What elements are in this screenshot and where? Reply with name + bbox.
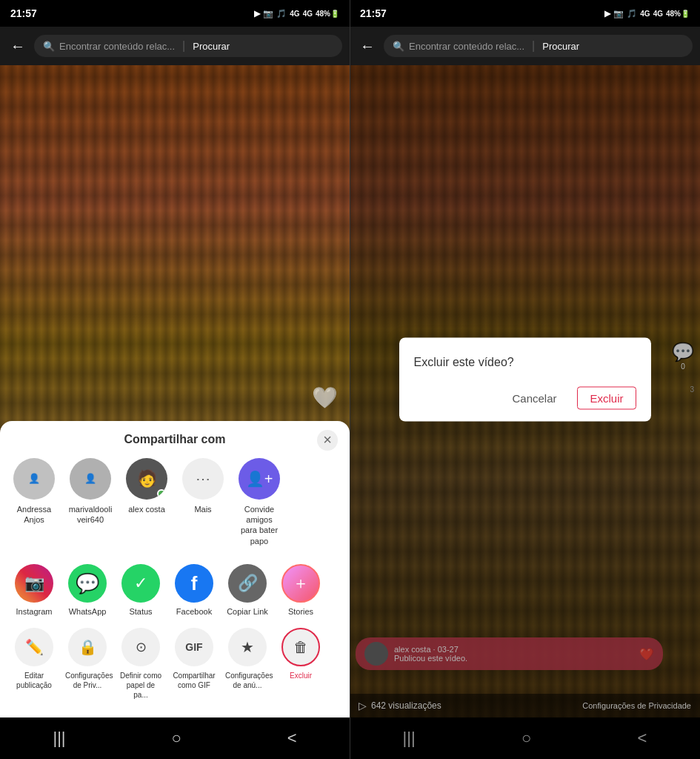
status-bar-right: 21:57 ▶ 📷 🎵 4G 4G 48%🔋: [350, 0, 700, 27]
actions-row: ✏️ Editar publicação 🔒 Configurações de …: [0, 628, 350, 700]
status-time-right: 21:57: [360, 7, 387, 19]
right-phone: 21:57 ▶ 📷 🎵 4G 4G 48%🔋 ← 🔍 Encontrar con…: [350, 0, 700, 759]
action-item-gif[interactable]: GIF Compartilhar como GIF: [172, 628, 216, 700]
search-button-left[interactable]: Procurar: [193, 41, 230, 52]
bottom-nav-left: ||| ○ <: [0, 717, 350, 759]
app-item-facebook[interactable]: f Facebook: [172, 564, 216, 616]
dialog-title: Excluir este vídeo?: [414, 356, 636, 369]
signal2-icon-r: 4G: [653, 10, 663, 18]
left-phone: 21:57 ▶ 📷 🎵 4G 4G 48%🔋 ← 🔍 Encontrar con…: [0, 0, 350, 759]
contact-name-alex: alex costa: [128, 504, 165, 514]
search-icon-right: 🔍: [393, 41, 404, 52]
action-name-privacy: Configurações de Priv...: [65, 671, 110, 690]
action-icon-wallpaper: ⊙: [121, 628, 160, 666]
delete-button[interactable]: Excluir: [577, 387, 636, 410]
search-container-right[interactable]: 🔍 Encontrar conteúdo relac... | Procurar: [384, 35, 693, 57]
signal-icon: 4G: [290, 10, 299, 18]
app-item-link[interactable]: 🔗 Copiar Link: [225, 564, 270, 616]
action-name-gif: Compartilhar como GIF: [172, 671, 216, 690]
search-divider-left: |: [182, 39, 185, 53]
app-name-whatsapp: WhatsApp: [69, 607, 107, 616]
share-sheet-header: Compartilhar com ×: [0, 433, 350, 458]
app-icon-status: ✓: [121, 564, 160, 603]
action-icon-edit: ✏️: [15, 628, 53, 666]
app-icon-link: 🔗: [228, 564, 267, 603]
status-bar-left: 21:57 ▶ 📷 🎵 4G 4G 48%🔋: [0, 0, 350, 27]
contact-name-invite: Convide amigos para bater papo: [237, 504, 281, 546]
contact-name-andressa: Andressa Anjos: [12, 504, 56, 526]
search-container-left[interactable]: 🔍 Encontrar conteúdo relac... | Procurar: [34, 35, 342, 57]
battery-icon: 48%🔋: [316, 10, 339, 18]
action-item-wallpaper[interactable]: ⊙ Definir como papel de pa...: [119, 628, 163, 700]
contacts-row: 👤 Andressa Anjos 👤 marivaldooli veir640 …: [0, 458, 350, 558]
action-name-ads: Configurações de anú...: [225, 671, 270, 690]
action-icon-gif: GIF: [175, 628, 213, 666]
nav-home-left[interactable]: ○: [171, 729, 181, 748]
share-sheet-title: Compartilhar com: [124, 433, 226, 446]
status-icons-left: ▶ 📷 🎵 4G 4G 48%🔋: [254, 9, 339, 19]
signal-icon-r: 4G: [640, 10, 650, 18]
app-item-status[interactable]: ✓ Status: [119, 564, 163, 616]
app-icon-instagram: 📷: [15, 564, 53, 603]
action-name-delete: Excluir: [290, 671, 312, 680]
camera-icon-r: 📷: [613, 9, 624, 19]
music-icon-r: 🎵: [627, 9, 637, 19]
action-item-delete[interactable]: 🗑 Excluir: [279, 628, 323, 700]
music-icon: 🎵: [276, 9, 287, 19]
app-name-facebook: Facebook: [176, 607, 212, 616]
search-bar-left: ← 🔍 Encontrar conteúdo relac... | Procur…: [0, 27, 350, 65]
contact-avatar-more: ⋯: [182, 458, 224, 500]
apps-row: 📷 Instagram 💬 WhatsApp ✓ Status f Facebo…: [0, 558, 350, 628]
recording-icon: ▶: [254, 9, 260, 19]
app-name-stories: Stories: [288, 607, 313, 616]
app-name-instagram: Instagram: [16, 607, 53, 616]
contact-avatar-alex: 🧑: [126, 458, 167, 500]
contact-item-invite[interactable]: 👤+ Convide amigos para bater papo: [237, 458, 281, 546]
nav-back-left[interactable]: <: [287, 729, 297, 748]
dialog-buttons: Cancelar Excluir: [414, 387, 636, 410]
search-bar-right: ← 🔍 Encontrar conteúdo relac... | Procur…: [350, 27, 700, 65]
app-name-status: Status: [129, 607, 152, 616]
contact-item-mari[interactable]: 👤 marivaldooli veir640: [68, 458, 113, 546]
search-icon-left: 🔍: [43, 41, 55, 52]
battery-icon-r: 48%🔋: [666, 10, 690, 18]
app-item-instagram[interactable]: 📷 Instagram: [12, 564, 56, 616]
heart-icon-left[interactable]: 🤍: [312, 385, 338, 410]
back-button-left[interactable]: ←: [7, 35, 28, 58]
status-icons-right: ▶ 📷 🎵 4G 4G 48%🔋: [604, 9, 690, 19]
back-button-right[interactable]: ←: [357, 35, 378, 58]
nav-menu-left[interactable]: |||: [53, 729, 65, 748]
contact-avatar-mari: 👤: [70, 458, 111, 500]
signal2-icon: 4G: [303, 10, 313, 18]
action-item-edit[interactable]: ✏️ Editar publicação: [12, 628, 56, 700]
action-icon-ads: ★: [228, 628, 267, 666]
contact-name-more: Mais: [194, 504, 211, 514]
close-share-sheet-button[interactable]: ×: [317, 430, 338, 451]
camera-icon: 📷: [263, 9, 273, 19]
app-item-whatsapp[interactable]: 💬 WhatsApp: [65, 564, 110, 616]
contact-avatar-invite: 👤+: [239, 458, 280, 500]
cancel-button[interactable]: Cancelar: [503, 388, 565, 409]
screen-divider: [350, 0, 350, 759]
search-placeholder-left: Encontrar conteúdo relac...: [59, 41, 175, 52]
app-name-link: Copiar Link: [227, 607, 268, 616]
action-name-edit: Editar publicação: [12, 671, 56, 690]
app-icon-facebook: f: [175, 564, 213, 603]
search-divider-right: |: [532, 39, 535, 53]
app-icon-whatsapp: 💬: [68, 564, 107, 603]
app-item-stories[interactable]: ＋ Stories: [279, 564, 323, 616]
search-placeholder-right: Encontrar conteúdo relac...: [409, 41, 524, 52]
action-item-privacy[interactable]: 🔒 Configurações de Priv...: [65, 628, 110, 700]
contact-item-andressa[interactable]: 👤 Andressa Anjos: [12, 458, 56, 546]
contact-item-alex[interactable]: 🧑 alex costa: [124, 458, 169, 546]
contact-item-more[interactable]: ⋯ Mais: [181, 458, 225, 546]
share-sheet: Compartilhar com × 👤 Andressa Anjos 👤 ma…: [0, 421, 350, 717]
action-item-ads[interactable]: ★ Configurações de anú...: [225, 628, 270, 700]
search-button-right[interactable]: Procurar: [542, 41, 579, 52]
online-indicator: [157, 489, 166, 498]
status-time-left: 21:57: [10, 7, 37, 19]
contact-name-mari: marivaldooli veir640: [68, 504, 113, 526]
delete-dialog: Excluir este vídeo? Cancelar Excluir: [399, 338, 651, 422]
action-icon-delete: 🗑: [281, 628, 320, 666]
contact-avatar-andressa: 👤: [13, 458, 55, 500]
